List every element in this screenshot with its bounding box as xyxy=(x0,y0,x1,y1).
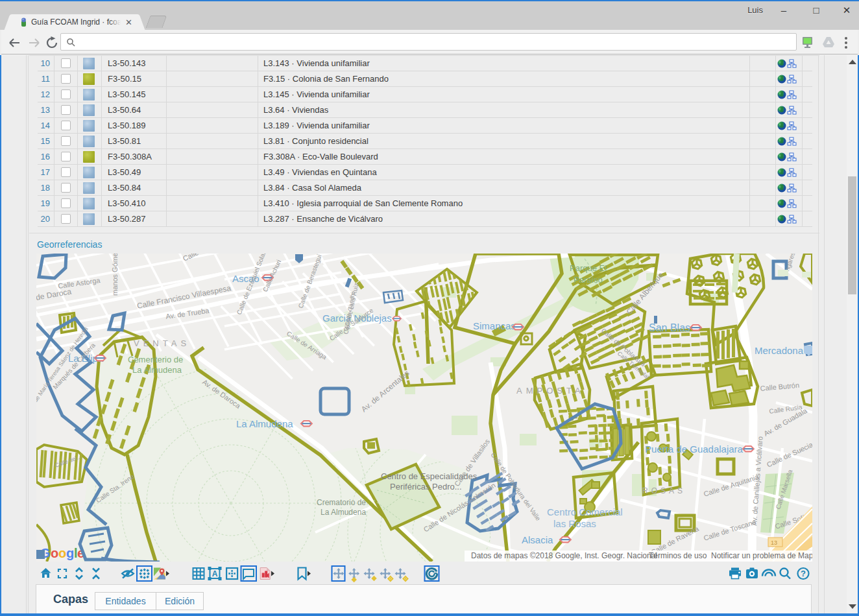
svg-text:La Almudena: La Almudena xyxy=(236,418,293,429)
svg-text:Alsacia: Alsacia xyxy=(522,534,553,545)
svg-text:Cementerio de: Cementerio de xyxy=(128,355,183,364)
svg-text:VENTAS: VENTAS xyxy=(134,338,190,348)
svg-text:?: ? xyxy=(801,569,806,578)
svg-text:Datos de mapas ©2018 Google, I: Datos de mapas ©2018 Google, Inst. Geogr… xyxy=(471,551,657,560)
svg-text:g: g xyxy=(66,546,74,560)
svg-text:AMPOSTA: AMPOSTA xyxy=(516,386,585,396)
svg-text:Puerta de Guadalajara: Puerta de Guadalajara xyxy=(645,444,744,455)
svg-text:ROSAS: ROSAS xyxy=(642,486,686,495)
svg-text:Términos de uso: Términos de uso xyxy=(649,551,707,560)
svg-text:Crematorio de: Crematorio de xyxy=(317,498,366,507)
svg-text:San Blas: San Blas xyxy=(649,322,690,333)
svg-text:o: o xyxy=(58,546,66,560)
svg-text:Periféricas Pedro...: Periféricas Pedro... xyxy=(390,482,462,492)
svg-text:13: 13 xyxy=(771,539,777,546)
svg-text:La Almudena: La Almudena xyxy=(321,508,366,517)
svg-text:Centro Comercial: Centro Comercial xyxy=(547,506,623,517)
svg-text:Simancas: Simancas xyxy=(473,320,516,331)
svg-text:Notificar un problema de Maps: Notificar un problema de Maps xyxy=(711,551,812,560)
svg-text:La Almudena: La Almudena xyxy=(132,365,182,375)
svg-text:Parque El: Parque El xyxy=(570,263,607,273)
svg-text:o: o xyxy=(51,546,58,560)
svg-text:A: A xyxy=(212,569,218,578)
svg-text:manos Gómez: manos Gómez xyxy=(111,254,119,296)
svg-text:las Rosas: las Rosas xyxy=(553,518,596,529)
svg-text:Paraíso: Paraíso xyxy=(574,275,603,285)
svg-text:Mercadona: Mercadona xyxy=(755,345,804,356)
